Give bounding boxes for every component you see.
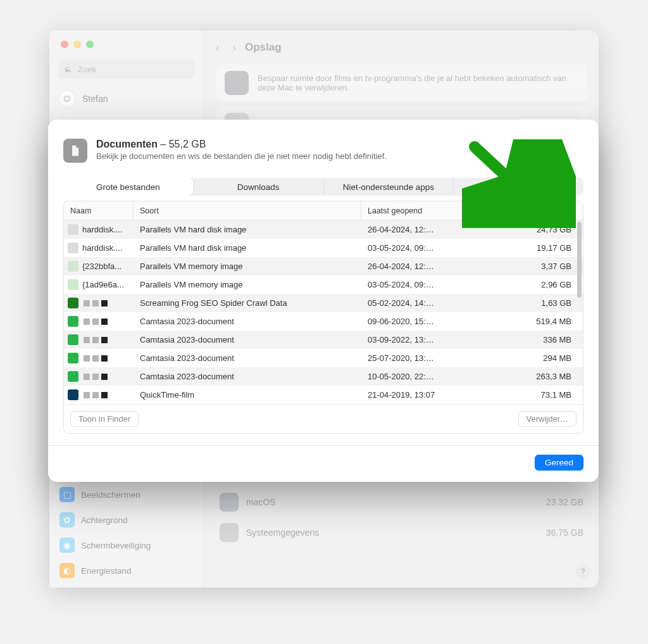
file-size: 1,63 GB [501,298,583,308]
sidebar-item-label: Schermbeveiliging [81,541,151,550]
file-size: 263,3 MB [501,372,583,381]
table-row[interactable]: {232bbfa...Parallels VM memory image26-0… [64,257,583,275]
search-placeholder: Zoek [78,65,96,74]
table-row[interactable]: Camtasia 2023-document10-05-2020, 22:…26… [64,367,583,386]
file-size: 294 MB [501,353,583,363]
sidebar-item-user[interactable]: ☺ Stefan [49,86,204,111]
table-row[interactable]: Camtasia 2023-document09-06-2020, 15:…51… [64,312,583,331]
file-kind: Camtasia 2023-document [134,335,361,344]
close-icon[interactable] [61,41,68,48]
back-button[interactable]: ‹ [216,41,220,54]
sidebar-item-label: Energiestand [81,566,132,576]
file-icon [68,389,78,400]
file-opened: 10-05-2020, 22:… [361,372,501,381]
file-name: {232bbfa... [82,262,122,271]
scrollbar[interactable] [577,222,582,298]
table-header: Naam Soort Laatst geopend Grootte [64,201,583,220]
systemdata-icon [220,523,239,542]
sidebar-item-achtergrond[interactable]: ✿Achtergrond [54,508,199,532]
file-kind: Parallels VM memory image [134,262,361,271]
chevron-down-icon [569,208,575,214]
user-name: Stefan [82,94,108,104]
table-row[interactable]: Screaming Frog SEO Spider Crawl Data05-0… [64,294,583,312]
search-input[interactable]: Zoek [58,60,195,79]
file-size: 3,37 GB [501,262,583,271]
document-icon [63,139,87,163]
file-size: 19,17 GB [501,243,583,253]
sidebar-item-schermbeveiliging[interactable]: ◉Schermbeveiliging [54,533,199,557]
file-kind: Parallels VM memory image [134,280,361,289]
storage-row-system[interactable]: Systeemgegevens 36,75 GB [216,519,587,546]
column-kind[interactable]: Soort [134,201,361,220]
file-size: 73,1 MB [501,390,583,400]
file-opened: 03-05-2024, 09:… [361,280,501,289]
file-name: harddisk.... [82,225,123,234]
tab-file-browser[interactable]: Bestandskiezer [454,178,583,196]
sidebar-item-energiestand[interactable]: ◐Energiestand [54,559,199,583]
storage-tip-card: Bespaar ruimte door films en tv-programm… [216,65,587,101]
show-in-finder-button[interactable]: Toon in Finder [70,411,139,427]
macos-icon [220,493,239,512]
file-icon [68,261,78,272]
table-row[interactable]: harddisk....Parallels VM hard disk image… [64,239,583,257]
done-button[interactable]: Gereed [535,455,583,470]
storage-size: 23,32 GB [546,497,583,507]
tip-text: Bespaar ruimte door films en tv-programm… [258,73,578,92]
table-row[interactable]: QuickTime-film21-04-2019, 13:0773,1 MB [64,386,583,404]
documents-storage-modal: Documenten – 55,2 GB Bekijk je documente… [48,120,599,482]
file-opened: 26-04-2024, 12:… [361,262,501,271]
minimize-icon[interactable] [73,41,81,48]
forward-button[interactable]: › [232,41,236,54]
file-icon [68,243,78,253]
column-name[interactable]: Naam [64,201,134,220]
tab-large-files[interactable]: Grote bestanden [63,178,194,196]
help-button[interactable]: ? [576,565,590,579]
modal-tabs[interactable]: Grote bestanden Downloads Niet-ondersteu… [63,178,583,196]
file-size: 519,4 MB [501,317,583,326]
delete-button[interactable]: Verwijder… [518,411,576,427]
table-row[interactable]: {1ad9e6a...Parallels VM memory image03-0… [64,275,583,294]
table-row[interactable]: Camtasia 2023-document03-09-2022, 13:…33… [64,331,583,349]
sidebar-item-beeldschermen[interactable]: ▢Beeldschermen [54,483,199,507]
file-kind: QuickTime-film [134,390,361,400]
search-icon [65,65,73,73]
column-size[interactable]: Grootte [501,201,583,220]
file-table: Naam Soort Laatst geopend Grootte harddi… [63,201,583,434]
file-kind: Parallels VM hard disk image [134,243,361,253]
storage-name: macOS [246,497,539,507]
sidebar-item-label: Achtergrond [81,515,128,525]
file-name: harddisk.... [82,243,123,253]
table-row[interactable]: harddisk....Parallels VM hard disk image… [64,220,583,239]
wallpaper-icon: ✿ [59,512,75,527]
table-body: harddisk....Parallels VM hard disk image… [64,220,583,404]
file-name: {1ad9e6a... [82,280,124,289]
tab-unsupported[interactable]: Niet-ondersteunde apps [324,178,454,196]
file-size: 2,96 GB [501,280,583,289]
storage-row-macos[interactable]: macOS 23,32 GB [216,489,587,515]
file-kind: Parallels VM hard disk image [134,225,361,234]
energy-icon: ◐ [59,563,75,578]
file-opened: 25-07-2020, 13:… [361,353,501,363]
zoom-icon[interactable] [86,41,94,48]
modal-subtitle: Bekijk je documenten en wis de bestanden… [96,151,387,161]
file-opened: 21-04-2019, 13:07 [361,390,501,400]
window-traffic-lights[interactable] [49,30,204,56]
file-opened: 09-06-2020, 15:… [361,317,501,326]
modal-title: Documenten – 55,2 GB [96,139,387,150]
screensaver-icon: ◉ [59,538,75,553]
file-icon [68,334,78,345]
sidebar-item-label: Beeldschermen [81,490,140,500]
tab-downloads[interactable]: Downloads [194,178,324,196]
avatar: ☺ [58,90,76,108]
column-size-label: Grootte [537,206,565,215]
table-row[interactable]: Camtasia 2023-document25-07-2020, 13:…29… [64,349,583,367]
file-opened: 26-04-2024, 12:… [361,225,501,234]
file-size: 336 MB [501,335,583,344]
file-opened: 03-05-2024, 09:… [361,243,501,253]
tv-icon [225,71,249,95]
file-kind: Camtasia 2023-document [134,372,361,381]
storage-name: Systeemgegevens [246,527,539,538]
displays-icon: ▢ [59,487,75,502]
column-last-opened[interactable]: Laatst geopend [361,201,501,220]
table-footer: Toon in Finder Verwijder… [64,404,583,433]
